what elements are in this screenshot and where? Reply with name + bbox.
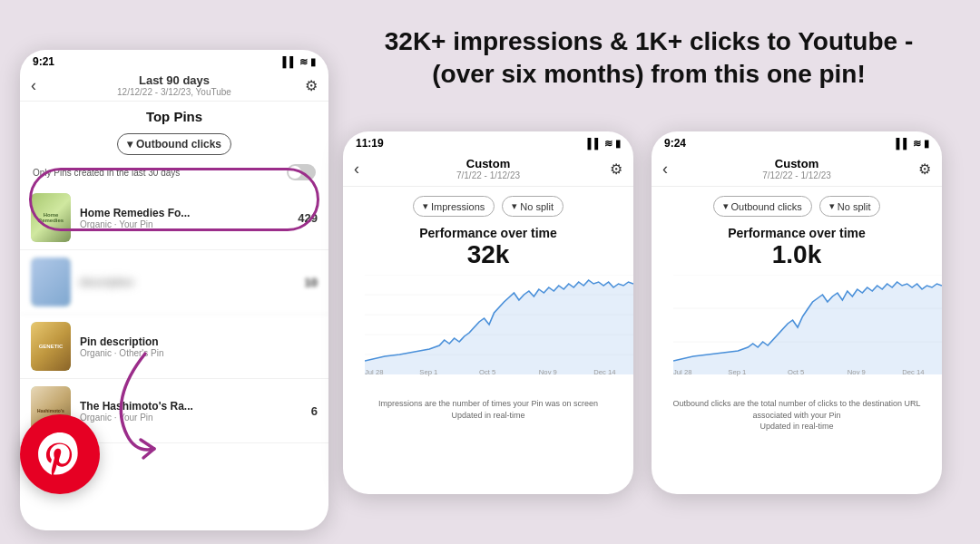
- settings-icon-left[interactable]: ⚙: [305, 77, 318, 94]
- pin-count-1: 429: [298, 211, 318, 225]
- chevron-down-icon-imp: ▾: [423, 200, 428, 212]
- svg-text:Nov 9: Nov 9: [848, 368, 866, 376]
- time-right: 9:24: [664, 137, 686, 150]
- pinterest-logo: [20, 414, 100, 494]
- status-icons-right: ▌▌ ≋ ▮: [896, 138, 929, 150]
- mid-phone: 11:19 ▌▌ ≋ ▮ ‹ Custom 7/1/22 - 1/12/23 ⚙…: [343, 131, 633, 494]
- pin-thumb-1: HomeRemedies: [31, 193, 71, 242]
- pin-count-4: 6: [311, 404, 318, 418]
- pin-item-2[interactable]: description 10: [20, 250, 328, 315]
- btn-row-mid: ▾ Impressions ▾ No split: [343, 187, 633, 222]
- svg-marker-19: [673, 282, 942, 374]
- toggle-row: Only Pins created in the last 30 days: [20, 159, 328, 186]
- no-split-btn-right[interactable]: ▾ No split: [819, 196, 881, 217]
- chart-caption-right: Outbound clicks are the total number of …: [652, 396, 942, 434]
- chart-area-mid: 500 400 300 200 100 Jul 28 Sep 1 Oct 5 N…: [343, 275, 633, 393]
- time-mid: 11:19: [356, 137, 384, 150]
- pin-item-3[interactable]: GENETIC Pin description Organic · Other'…: [20, 315, 328, 379]
- pin-info-2: description: [80, 277, 296, 287]
- chart-nav-mid: ‹ Custom 7/1/22 - 1/12/23 ⚙: [343, 151, 633, 187]
- nav-bar-left: ‹ Last 90 days 12/12/22 - 3/12/23, YouTu…: [20, 70, 328, 102]
- signal-icon-mid: ▌▌: [587, 138, 602, 149]
- pin-info-4: The Hashimoto's Ra... Organic · Your Pin: [80, 400, 302, 423]
- back-button-left[interactable]: ‹: [31, 76, 36, 95]
- battery-icon-right: ▮: [924, 138, 929, 150]
- headline-line2: (over six months) from this one pin!: [432, 60, 866, 88]
- pin-meta-3: Organic · Other's Pin: [80, 348, 309, 358]
- chevron-down-icon: ▾: [127, 138, 132, 151]
- status-bar-mid: 11:19 ▌▌ ≋ ▮: [343, 131, 633, 151]
- time-left: 9:21: [33, 55, 54, 68]
- chart-nav-title-right: Custom 7/12/22 - 1/12/23: [762, 157, 831, 180]
- toggle-switch[interactable]: [287, 164, 316, 180]
- right-phone: 9:24 ▌▌ ≋ ▮ ‹ Custom 7/12/22 - 1/12/23 ⚙…: [652, 131, 942, 494]
- pin-thumb-3: GENETIC: [31, 322, 71, 371]
- svg-marker-5: [365, 280, 633, 374]
- dropdown-label: Outbound clicks: [136, 138, 221, 151]
- perf-title-right: Performance over time: [652, 222, 942, 240]
- headline-line1: 32K+ impressions & 1K+ clicks to Youtube…: [385, 27, 914, 55]
- settings-icon-right[interactable]: ⚙: [918, 160, 931, 178]
- chart-caption-mid: Impressions are the number of times your…: [343, 396, 633, 423]
- pin-thumb-2: [31, 257, 71, 306]
- btn1-label-right: Outbound clicks: [731, 201, 802, 212]
- nav-title-left: Last 90 days 12/12/22 - 3/12/23, YouTube: [117, 73, 231, 97]
- pin-name-1: Home Remedies Fo...: [80, 207, 289, 219]
- battery-icon: ▮: [310, 56, 316, 68]
- battery-icon-mid: ▮: [615, 138, 621, 150]
- status-icons-mid: ▌▌ ≋ ▮: [587, 138, 621, 150]
- wifi-icon: ≋: [299, 56, 308, 68]
- pin-count-2: 10: [305, 276, 318, 289]
- svg-text:Jul 28: Jul 28: [673, 368, 691, 376]
- dropdown-container: ▾ Outbound clicks: [20, 130, 328, 159]
- chevron-down-icon-split: ▾: [512, 200, 517, 212]
- settings-icon-mid[interactable]: ⚙: [610, 160, 622, 178]
- status-bar-left: 9:21 ▌▌ ≋ ▮: [20, 50, 328, 70]
- back-button-mid[interactable]: ‹: [354, 160, 359, 179]
- pin-name-3: Pin description: [80, 335, 309, 348]
- svg-text:Dec 14: Dec 14: [902, 368, 924, 376]
- svg-text:Nov 9: Nov 9: [539, 368, 557, 376]
- headline: 32K+ impressions & 1K+ clicks to Youtube…: [336, 25, 962, 92]
- pin-name-4: The Hashimoto's Ra...: [80, 400, 302, 413]
- pin-meta-4: Organic · Your Pin: [80, 413, 302, 423]
- svg-text:Oct 5: Oct 5: [788, 368, 804, 376]
- status-bar-right: 9:24 ▌▌ ≋ ▮: [652, 131, 942, 151]
- svg-text:Sep 1: Sep 1: [728, 368, 746, 376]
- signal-icon-right: ▌▌: [896, 138, 910, 149]
- section-title: Top Pins: [20, 102, 328, 130]
- svg-text:Sep 1: Sep 1: [419, 368, 437, 376]
- perf-number-mid: 32k: [343, 240, 633, 271]
- nav-subtitle-left: 12/12/22 - 3/12/23, YouTube: [117, 87, 231, 97]
- btn2-label-right: No split: [838, 201, 871, 212]
- pin-item-1[interactable]: HomeRemedies Home Remedies Fo... Organic…: [20, 186, 328, 250]
- no-split-btn-mid[interactable]: ▾ No split: [502, 196, 564, 217]
- signal-icon: ▌▌: [282, 56, 297, 67]
- impressions-btn[interactable]: ▾ Impressions: [413, 196, 495, 217]
- status-icons-left: ▌▌ ≋ ▮: [282, 56, 316, 68]
- chevron-down-icon-split-r: ▾: [829, 200, 835, 212]
- perf-number-right: 1.0k: [652, 240, 942, 271]
- pinterest-p-icon: [36, 431, 83, 478]
- btn-row-right: ▾ Outbound clicks ▾ No split: [652, 187, 942, 222]
- svg-text:Dec 14: Dec 14: [593, 368, 615, 376]
- chart-svg-right: 20 10 0 Jul 28 Sep 1 Oct 5 Nov 9 Dec 14: [673, 275, 942, 378]
- wifi-icon-mid: ≋: [604, 138, 612, 150]
- outbound-clicks-dropdown[interactable]: ▾ Outbound clicks: [117, 133, 231, 155]
- svg-text:Oct 5: Oct 5: [479, 368, 495, 376]
- pin-info-3: Pin description Organic · Other's Pin: [80, 335, 309, 358]
- chart-nav-title-mid: Custom 7/1/22 - 1/12/23: [456, 157, 520, 180]
- chart-svg-mid: 500 400 300 200 100 Jul 28 Sep 1 Oct 5 N…: [365, 275, 633, 378]
- outbound-clicks-btn[interactable]: ▾ Outbound clicks: [713, 196, 812, 217]
- pin-info-1: Home Remedies Fo... Organic · Your Pin: [80, 207, 289, 229]
- svg-text:Jul 28: Jul 28: [365, 368, 383, 376]
- toggle-label: Only Pins created in the last 30 days: [33, 168, 180, 178]
- chart-nav-right: ‹ Custom 7/12/22 - 1/12/23 ⚙: [652, 151, 942, 187]
- perf-title-mid: Performance over time: [343, 222, 633, 240]
- back-button-right[interactable]: ‹: [662, 160, 668, 179]
- wifi-icon-right: ≋: [913, 138, 921, 150]
- chevron-down-icon-oc: ▾: [723, 200, 729, 212]
- chart-area-right: 20 10 0 Jul 28 Sep 1 Oct 5 Nov 9 Dec 14: [652, 275, 942, 393]
- pin-meta-1: Organic · Your Pin: [80, 219, 289, 229]
- pin-name-2: description: [80, 277, 296, 287]
